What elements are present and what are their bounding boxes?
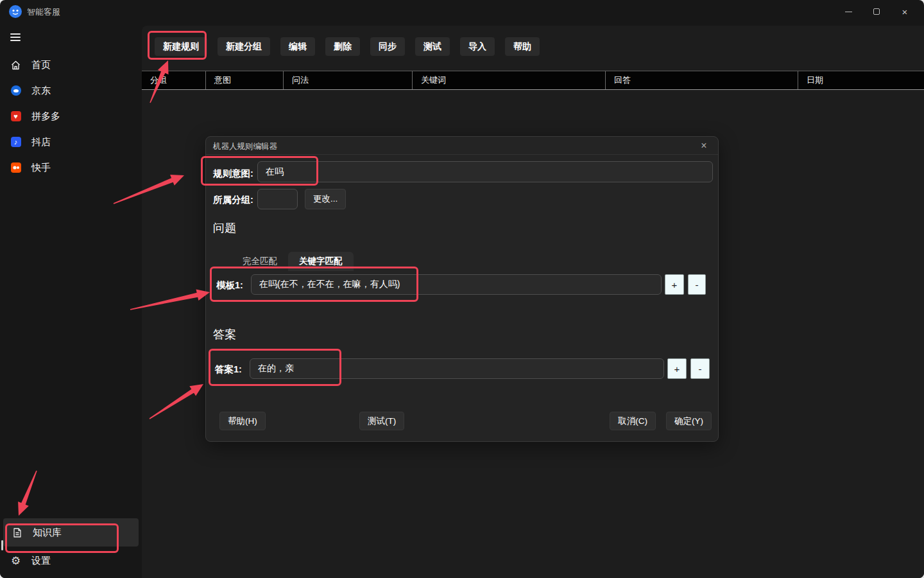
help-button[interactable]: 帮助 (505, 37, 540, 56)
dialog-titlebar: 机器人规则编辑器 × (206, 137, 718, 155)
sidebar-bottom-nav: 知识库 ⚙ 设置 (0, 518, 142, 575)
dialog-close-icon[interactable]: × (696, 139, 712, 153)
column-header-intent: 意图 (206, 71, 284, 89)
titlebar: 智能客服 × (0, 0, 924, 23)
pinduoduo-icon: ♥ (10, 111, 21, 122)
answer-add-button[interactable]: + (667, 358, 687, 379)
document-icon (12, 527, 22, 538)
column-header-answer: 回答 (606, 71, 798, 89)
answer-remove-button[interactable]: - (690, 358, 710, 379)
template1-input[interactable] (251, 274, 662, 295)
app-window: 智能客服 × 首页 京东 (0, 0, 924, 578)
selected-indicator (1, 540, 3, 550)
kuaishou-icon (10, 162, 21, 173)
sidebar-item-home[interactable]: 首页 (0, 52, 142, 78)
sidebar-item-label: 京东 (31, 85, 51, 97)
delete-button[interactable]: 删除 (325, 37, 360, 56)
dialog-title: 机器人规则编辑器 (213, 141, 277, 152)
match-mode-tabs: 完全匹配 关键字匹配 (232, 252, 354, 271)
sidebar-item-knowledge-base[interactable]: 知识库 (3, 518, 139, 547)
sidebar-item-pinduoduo[interactable]: ♥ 拼多多 (0, 103, 142, 129)
column-header-date: 日期 (798, 71, 924, 89)
template-remove-button[interactable]: - (688, 274, 706, 295)
answer1-input[interactable] (250, 358, 664, 379)
rule-intent-input[interactable] (257, 161, 713, 182)
table-header: 分组 意图 问法 关键词 回答 日期 (142, 71, 924, 90)
sidebar-item-jd[interactable]: 京东 (0, 78, 142, 103)
edit-button[interactable]: 编辑 (280, 37, 315, 56)
maximize-icon (873, 8, 880, 15)
tab-exact-match[interactable]: 完全匹配 (232, 252, 288, 271)
new-group-button[interactable]: 新建分组 (218, 37, 270, 56)
sidebar: 首页 京东 ♥ 拼多多 ♪ 抖店 (0, 23, 142, 578)
template1-label: 模板1: (216, 279, 243, 292)
group-input[interactable] (257, 189, 298, 209)
sidebar-item-label: 设置 (31, 555, 51, 567)
rule-intent-label: 规则意图: (213, 168, 253, 180)
minimize-button[interactable] (834, 1, 862, 22)
home-icon (10, 60, 21, 71)
maximize-button[interactable] (862, 1, 891, 22)
jd-icon (10, 85, 21, 96)
column-header-group: 分组 (142, 71, 206, 89)
answer1-label: 答案1: (215, 363, 242, 376)
close-icon: × (902, 7, 908, 17)
test-button[interactable]: 测试 (415, 37, 450, 56)
rule-editor-dialog: 机器人规则编辑器 × 规则意图: 所属分组: 更改... 问题 完全匹配 关键字… (205, 136, 719, 442)
column-header-keywords: 关键词 (413, 71, 606, 89)
column-header-question: 问法 (284, 71, 413, 89)
toolbar: 新建规则 新建分组 编辑 删除 同步 测试 导入 帮助 (155, 37, 540, 56)
change-group-button[interactable]: 更改... (305, 189, 346, 209)
question-section-heading: 问题 (213, 220, 236, 236)
sidebar-item-label: 抖店 (31, 136, 51, 148)
app-title: 智能客服 (27, 6, 60, 18)
douyin-shop-icon: ♪ (10, 137, 21, 148)
dialog-ok-button[interactable]: 确定(Y) (666, 412, 712, 430)
sidebar-item-douyin-shop[interactable]: ♪ 抖店 (0, 129, 142, 155)
dialog-cancel-button[interactable]: 取消(C) (610, 412, 656, 430)
sidebar-item-settings[interactable]: ⚙ 设置 (0, 547, 142, 575)
gear-icon: ⚙ (10, 556, 21, 566)
sidebar-item-label: 首页 (31, 59, 51, 71)
answer-section-heading: 答案 (213, 327, 236, 342)
tab-keyword-match[interactable]: 关键字匹配 (288, 252, 354, 271)
new-rule-button[interactable]: 新建规则 (155, 37, 207, 56)
sidebar-item-label: 快手 (31, 162, 51, 174)
close-button[interactable]: × (891, 1, 919, 22)
dialog-test-button[interactable]: 测试(T) (359, 412, 404, 430)
import-button[interactable]: 导入 (460, 37, 495, 56)
sync-button[interactable]: 同步 (370, 37, 405, 56)
sidebar-nav: 首页 京东 ♥ 拼多多 ♪ 抖店 (0, 52, 142, 180)
sidebar-item-label: 拼多多 (31, 110, 60, 123)
dialog-help-button[interactable]: 帮助(H) (219, 412, 266, 430)
sidebar-item-label: 知识库 (33, 527, 62, 539)
group-label: 所属分组: (213, 194, 253, 206)
template-add-button[interactable]: + (665, 274, 684, 295)
menu-toggle-button[interactable] (10, 33, 21, 41)
minimize-icon (845, 12, 852, 12)
sidebar-item-kuaishou[interactable]: 快手 (0, 155, 142, 180)
app-logo-icon (9, 5, 22, 18)
